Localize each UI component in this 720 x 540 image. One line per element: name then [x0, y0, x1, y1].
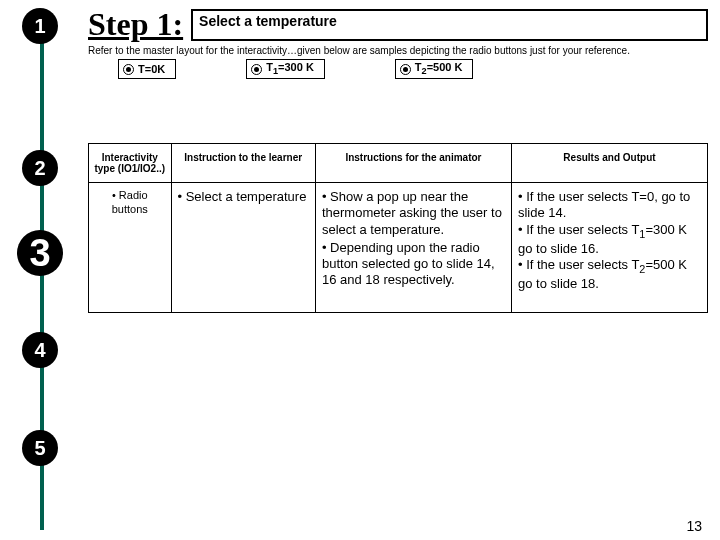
radio-t0[interactable]: T=0K [118, 59, 176, 79]
title-row: Step 1: Select a temperature [88, 6, 708, 43]
radio-t1[interactable]: T1=300 K [246, 59, 325, 79]
radio-t2[interactable]: T2=500 K [395, 59, 474, 79]
td-results: • If the user selects T=0, go to slide 1… [511, 183, 707, 313]
td-iotype: • Radio buttons [89, 183, 172, 313]
td-instruction: • Select a temperature [171, 183, 315, 313]
step-circle-3: 3 [17, 230, 63, 276]
th-iotype: Interactivity type (IO1/IO2..) [89, 144, 172, 183]
table-row: • Radio buttons • Select a temperature •… [89, 183, 708, 313]
th-animator: Instructions for the animator [315, 144, 511, 183]
td-animator: • Show a pop up near the thermometer ask… [315, 183, 511, 313]
radio-label: T=0K [138, 63, 165, 75]
step-circle-2: 2 [22, 150, 58, 186]
step-circle-5: 5 [22, 430, 58, 466]
th-instruction: Instruction to the learner [171, 144, 315, 183]
step-rail: 1 2 3 4 5 [22, 0, 62, 540]
radio-sample-row: T=0K T1=300 K T2=500 K [88, 59, 708, 79]
step-topic-box: Select a temperature [191, 9, 708, 41]
table-header-row: Interactivity type (IO1/IO2..) Instructi… [89, 144, 708, 183]
th-results: Results and Output [511, 144, 707, 183]
subtitle: Refer to the master layout for the inter… [88, 45, 708, 56]
step-title: Step 1: [88, 6, 183, 43]
radio-label: T2=500 K [415, 61, 463, 76]
content-area: Step 1: Select a temperature Refer to th… [88, 6, 708, 313]
radio-icon [123, 64, 134, 75]
page-number: 13 [686, 518, 702, 534]
interactivity-table: Interactivity type (IO1/IO2..) Instructi… [88, 143, 708, 313]
step-circle-4: 4 [22, 332, 58, 368]
step-circle-1: 1 [22, 8, 58, 44]
radio-icon [251, 64, 262, 75]
radio-icon [400, 64, 411, 75]
radio-label: T1=300 K [266, 61, 314, 76]
